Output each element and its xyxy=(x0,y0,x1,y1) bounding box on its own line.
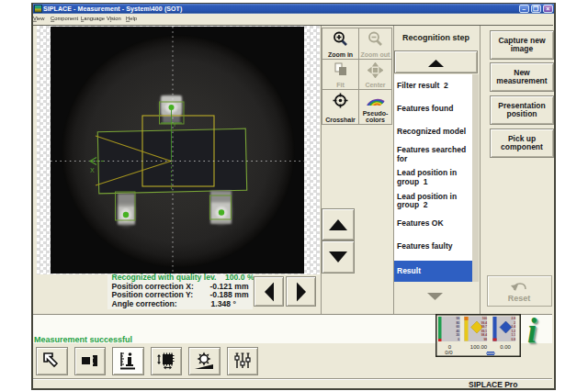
svg-text:60: 60 xyxy=(456,325,459,329)
svg-text:99.7: 99.7 xyxy=(481,325,487,329)
svg-text:0.00: 0.00 xyxy=(500,344,511,350)
svg-text:X: X xyxy=(90,167,95,173)
svg-text:1.4: 1.4 xyxy=(512,325,516,329)
svg-text:1.2: 1.2 xyxy=(512,330,516,333)
svg-text:1.1: 1.1 xyxy=(512,333,516,337)
svg-text:80: 80 xyxy=(456,321,459,325)
svg-text:Y: Y xyxy=(173,122,176,128)
svg-text:0.8: 0.8 xyxy=(512,338,516,341)
svg-text:99.1: 99.1 xyxy=(481,330,487,333)
svg-text:2: 2 xyxy=(514,321,515,325)
svg-text:2.8: 2.8 xyxy=(512,317,516,320)
svg-text:100: 100 xyxy=(482,317,488,320)
svg-text:0/0: 0/0 xyxy=(445,350,453,355)
svg-text:98: 98 xyxy=(483,338,487,341)
svg-text:99: 99 xyxy=(456,317,459,320)
svg-text:100.00: 100.00 xyxy=(470,344,488,350)
svg-text:98.4: 98.4 xyxy=(481,333,487,337)
svg-text:40: 40 xyxy=(456,330,459,333)
svg-text:0: 0 xyxy=(458,338,459,341)
svg-text:99.4: 99.4 xyxy=(481,321,487,325)
svg-text:20: 20 xyxy=(456,333,459,337)
